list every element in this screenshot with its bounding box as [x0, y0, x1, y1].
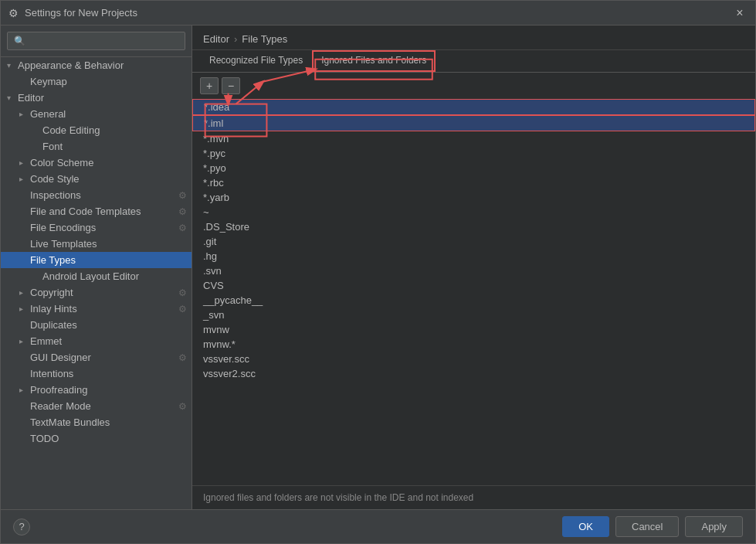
settings-icon-file-and-code-templates: ⚙: [178, 206, 187, 217]
sidebar-item-android-layout-editor[interactable]: Android Layout Editor: [1, 268, 192, 284]
sidebar-item-color-scheme[interactable]: ▸Color Scheme: [1, 155, 192, 171]
sidebar-item-appearance-behavior[interactable]: ▾Appearance & Behavior: [1, 57, 192, 73]
file-item[interactable]: vssver2.scc: [192, 366, 755, 381]
breadcrumb-file-types: File Types: [242, 33, 287, 45]
search-input[interactable]: [7, 32, 185, 50]
add-button[interactable]: +: [200, 77, 219, 94]
sidebar-item-label-intentions: Intentions: [30, 368, 187, 379]
sidebar-item-label-inlay-hints: Inlay Hints: [30, 303, 175, 314]
close-button[interactable]: ×: [732, 6, 748, 20]
help-button[interactable]: ?: [13, 518, 30, 536]
dialog-title: Settings for New Projects: [25, 7, 137, 19]
status-text: Ignored files and folders are not visibl…: [203, 492, 473, 503]
status-bar: Ignored files and folders are not visibl…: [192, 485, 755, 509]
file-item[interactable]: *.pyo: [192, 161, 755, 175]
expand-arrow-appearance-behavior: ▾: [7, 61, 18, 70]
expand-arrow-copyright: ▸: [19, 288, 30, 297]
file-item[interactable]: .hg: [192, 249, 755, 264]
tab-ignored[interactable]: Ignored Files and Folders: [312, 50, 436, 72]
expand-arrow-color-scheme: ▸: [19, 158, 30, 167]
sidebar-item-code-editing[interactable]: Code Editing: [1, 122, 192, 138]
sidebar-item-editor[interactable]: ▾Editor: [1, 90, 192, 106]
cancel-button[interactable]: Cancel: [615, 516, 679, 537]
settings-icon-inspections: ⚙: [178, 190, 187, 201]
file-item[interactable]: .svn: [192, 264, 755, 278]
file-item[interactable]: ~: [192, 205, 755, 219]
sidebar-item-reader-mode[interactable]: Reader Mode⚙: [1, 398, 192, 414]
sidebar-item-font[interactable]: Font: [1, 138, 192, 155]
sidebar-item-label-keymap: Keymap: [30, 76, 187, 87]
file-item[interactable]: *.idea: [192, 99, 755, 115]
file-item[interactable]: CVS: [192, 278, 755, 293]
sidebar-item-copyright[interactable]: ▸Copyright⚙: [1, 284, 192, 301]
breadcrumb: Editor › File Types: [192, 26, 755, 50]
sidebar-item-label-reader-mode: Reader Mode: [30, 400, 175, 412]
sidebar-item-textmate-bundles[interactable]: TextMate Bundles: [1, 414, 192, 430]
sidebar-item-inspections[interactable]: Inspections⚙: [1, 187, 192, 203]
settings-dialog: ⚙ Settings for New Projects × ▾Appearanc…: [0, 0, 756, 544]
sidebar-item-label-emmet: Emmet: [30, 335, 187, 347]
sidebar-item-label-appearance-behavior: Appearance & Behavior: [18, 60, 187, 71]
file-item[interactable]: *.pyc: [192, 146, 755, 161]
breadcrumb-editor: Editor: [203, 33, 229, 45]
expand-arrow-inlay-hints: ▸: [19, 304, 30, 313]
sidebar-item-label-editor: Editor: [18, 92, 187, 104]
sidebar-item-label-todo: TODO: [30, 433, 187, 444]
sidebar-item-intentions[interactable]: Intentions: [1, 366, 192, 382]
file-item[interactable]: *.mvn: [192, 131, 755, 146]
expand-arrow-general: ▸: [19, 110, 30, 118]
breadcrumb-separator: ›: [234, 33, 237, 45]
settings-icon-file-encodings: ⚙: [178, 223, 187, 233]
settings-icon-gui-designer: ⚙: [178, 352, 187, 363]
sidebar-item-live-templates[interactable]: Live Templates: [1, 236, 192, 252]
sidebar-item-label-file-encodings: File Encodings: [30, 222, 175, 233]
sidebar-item-label-code-editing: Code Editing: [42, 124, 187, 136]
file-item[interactable]: *.rbc: [192, 175, 755, 190]
sidebar-item-emmet[interactable]: ▸Emmet: [1, 333, 192, 349]
settings-icon-reader-mode: ⚙: [178, 401, 187, 412]
search-box[interactable]: [1, 26, 192, 57]
file-item[interactable]: mvnw: [192, 322, 755, 337]
dialog-icon: ⚙: [8, 7, 19, 19]
file-item[interactable]: __pycache__: [192, 293, 755, 308]
file-item[interactable]: _svn: [192, 308, 755, 322]
dialog-footer: ? OK Cancel Apply: [1, 509, 755, 543]
sidebar-item-label-font: Font: [42, 141, 187, 152]
sidebar-item-label-live-templates: Live Templates: [30, 238, 187, 250]
file-item[interactable]: *.yarb: [192, 190, 755, 205]
sidebar-item-label-inspections: Inspections: [30, 189, 175, 201]
expand-arrow-emmet: ▸: [19, 337, 30, 345]
file-item[interactable]: mvnw.*: [192, 337, 755, 352]
sidebar-item-general[interactable]: ▸General: [1, 106, 192, 122]
file-item[interactable]: .DS_Store: [192, 219, 755, 234]
sidebar-item-file-and-code-templates[interactable]: File and Code Templates⚙: [1, 203, 192, 219]
file-list: *.idea*.iml*.mvn*.pyc*.pyo*.rbc*.yarb~.D…: [192, 99, 755, 485]
file-item[interactable]: *.iml: [192, 115, 755, 131]
sidebar-item-inlay-hints[interactable]: ▸Inlay Hints⚙: [1, 301, 192, 317]
remove-button[interactable]: −: [222, 77, 240, 94]
sidebar-item-label-proofreading: Proofreading: [30, 384, 187, 396]
sidebar-item-file-types[interactable]: File Types: [1, 252, 192, 268]
sidebar-item-label-duplicates: Duplicates: [30, 319, 187, 331]
sidebar-item-label-color-scheme: Color Scheme: [30, 157, 187, 168]
file-item[interactable]: vssver.scc: [192, 352, 755, 366]
settings-icon-inlay-hints: ⚙: [178, 304, 187, 314]
expand-arrow-code-style: ▸: [19, 175, 30, 183]
sidebar-item-todo[interactable]: TODO: [1, 430, 192, 447]
ok-button[interactable]: OK: [562, 516, 609, 537]
sidebar-item-gui-designer[interactable]: GUI Designer⚙: [1, 349, 192, 366]
sidebar-item-label-copyright: Copyright: [30, 287, 175, 298]
sidebar-item-code-style[interactable]: ▸Code Style: [1, 171, 192, 187]
file-item[interactable]: .git: [192, 234, 755, 249]
sidebar-item-file-encodings[interactable]: File Encodings⚙: [1, 219, 192, 236]
sidebar-item-label-general: General: [30, 108, 187, 120]
tab-recognized[interactable]: Recognized File Types: [200, 50, 312, 72]
sidebar-item-label-android-layout-editor: Android Layout Editor: [42, 270, 187, 282]
expand-arrow-proofreading: ▸: [19, 386, 30, 394]
apply-button[interactable]: Apply: [685, 516, 743, 537]
main-content: ▾Appearance & BehaviorKeymap▾Editor▸Gene…: [1, 26, 755, 509]
sidebar-item-proofreading[interactable]: ▸Proofreading: [1, 382, 192, 398]
sidebar-item-duplicates[interactable]: Duplicates: [1, 317, 192, 333]
sidebar-item-keymap[interactable]: Keymap: [1, 73, 192, 90]
sidebar-tree: ▾Appearance & BehaviorKeymap▾Editor▸Gene…: [1, 57, 192, 447]
